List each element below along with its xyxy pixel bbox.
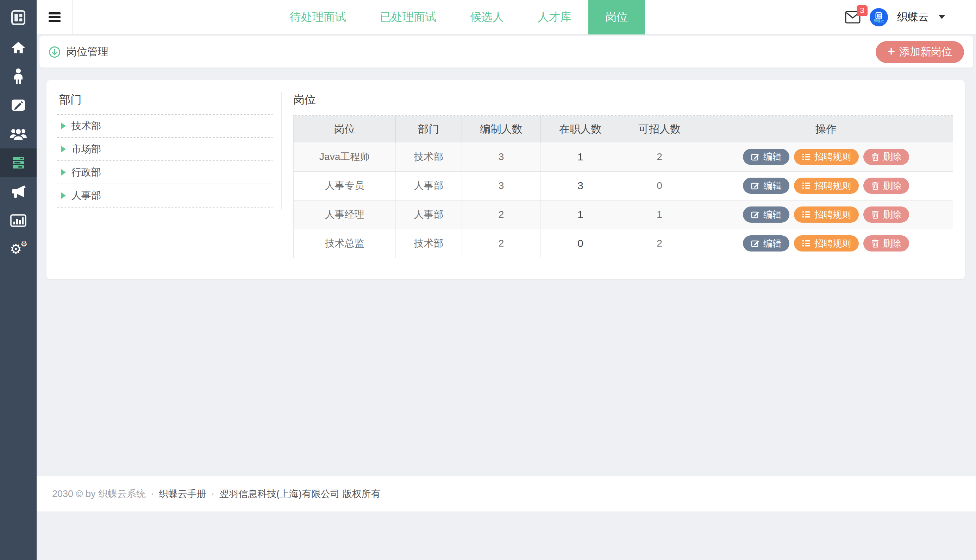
team-icon xyxy=(9,127,27,141)
sidebar-item-reports[interactable] xyxy=(0,206,37,235)
row-actions: 编辑 招聘规则 删除 xyxy=(699,235,953,252)
cell-headcount: 3 xyxy=(461,171,541,200)
sidebar-item-person[interactable] xyxy=(0,62,37,91)
plus-icon: + xyxy=(887,45,895,58)
bar-chart-icon xyxy=(10,214,27,227)
department-item-hr[interactable]: 人事部 xyxy=(57,184,272,208)
recruit-rules-button[interactable]: 招聘规则 xyxy=(794,207,859,223)
list-icon xyxy=(802,182,811,190)
tab-label: 待处理面试 xyxy=(290,10,346,25)
app-logo[interactable] xyxy=(0,0,37,35)
trash-icon xyxy=(871,239,879,248)
cell-department: 人事部 xyxy=(396,171,461,200)
rules-label: 招聘规则 xyxy=(814,180,851,192)
sidebar-item-positions[interactable] xyxy=(0,148,37,177)
user-name[interactable]: 织蝶云 xyxy=(897,10,929,24)
content-area: 部门 技术部 市场部 行政部 xyxy=(37,68,976,279)
separator-dot: · xyxy=(211,488,214,499)
tab-pending-interviews[interactable]: 待处理面试 xyxy=(273,0,363,35)
delete-button[interactable]: 删除 xyxy=(863,149,909,165)
chevron-down-icon[interactable] xyxy=(939,15,945,19)
cell-department: 技术部 xyxy=(396,142,461,171)
top-navbar: 待处理面试 已处理面试 候选人 人才库 岗位 3 xyxy=(37,0,976,35)
positions-card: 部门 技术部 市场部 行政部 xyxy=(47,80,965,279)
departments-heading: 部门 xyxy=(57,92,272,108)
edit-pencil-icon xyxy=(750,152,760,162)
col-header-active: 在职人数 xyxy=(541,116,620,142)
caret-right-icon xyxy=(61,146,66,152)
person-icon xyxy=(12,68,24,84)
sidebar-item-announcements[interactable] xyxy=(0,177,37,206)
caret-right-icon xyxy=(61,169,66,175)
delete-label: 删除 xyxy=(883,180,901,192)
add-position-button[interactable]: + 添加新岗位 xyxy=(876,41,964,63)
mail-button[interactable]: 3 xyxy=(845,11,861,23)
cell-open-count: 2 xyxy=(620,142,699,171)
sidebar-item-home[interactable] xyxy=(0,33,37,62)
cell-department: 人事部 xyxy=(396,200,461,229)
circle-arrow-down-icon[interactable] xyxy=(48,46,60,58)
caret-right-icon xyxy=(61,192,66,199)
table-row: Java工程师 技术部 3 1 2 编辑 xyxy=(294,142,953,171)
tab-candidates[interactable]: 候选人 xyxy=(453,0,521,35)
user-zone: 3 织蝶云 织蝶云 xyxy=(845,0,976,34)
edit-note-icon xyxy=(10,98,26,112)
tab-talent-pool[interactable]: 人才库 xyxy=(521,0,588,35)
positions-panel: 岗位 岗位 部门 编制人数 在职人数 可招人数 操作 xyxy=(282,92,953,279)
department-label: 市场部 xyxy=(72,142,101,156)
rules-label: 招聘规则 xyxy=(814,237,851,250)
nav-tabs: 待处理面试 已处理面试 候选人 人才库 岗位 xyxy=(72,0,845,34)
user-avatar[interactable]: 织蝶云 xyxy=(870,8,888,27)
row-actions: 编辑 招聘规则 删除 xyxy=(699,178,953,194)
department-label: 人事部 xyxy=(72,189,101,202)
edit-button[interactable]: 编辑 xyxy=(743,149,789,165)
hamburger-menu-icon xyxy=(48,10,60,24)
edit-button[interactable]: 编辑 xyxy=(743,207,789,223)
trash-icon xyxy=(871,210,879,219)
recruit-rules-button[interactable]: 招聘规则 xyxy=(794,235,859,252)
edit-pencil-icon xyxy=(750,239,760,248)
cell-active-count: 3 xyxy=(541,171,620,200)
tab-label: 候选人 xyxy=(470,10,504,25)
tab-processed-interviews[interactable]: 已处理面试 xyxy=(363,0,453,35)
edit-button[interactable]: 编辑 xyxy=(743,235,789,252)
sidebar-item-team[interactable] xyxy=(0,120,37,148)
settings-gears-icon: ⚙ ⚙ xyxy=(10,242,26,257)
cell-headcount: 2 xyxy=(461,200,541,229)
recruit-rules-button[interactable]: 招聘规则 xyxy=(794,178,859,194)
department-item-marketing[interactable]: 市场部 xyxy=(57,138,272,161)
sidebar-item-edit-notes[interactable] xyxy=(0,91,37,120)
bottom-strip xyxy=(37,512,976,560)
row-actions: 编辑 招聘规则 删除 xyxy=(699,207,953,223)
delete-button[interactable]: 删除 xyxy=(863,207,909,223)
list-icon xyxy=(802,239,811,248)
tab-positions[interactable]: 岗位 xyxy=(588,0,645,35)
mail-count-badge: 3 xyxy=(857,5,867,16)
content-spacer xyxy=(37,279,976,476)
delete-button[interactable]: 删除 xyxy=(863,235,909,252)
brand-logo-icon xyxy=(9,8,27,27)
page-title: 岗位管理 xyxy=(66,45,109,59)
tab-label: 人才库 xyxy=(538,10,572,25)
delete-button[interactable]: 删除 xyxy=(863,178,909,194)
recruit-rules-button[interactable]: 招聘规则 xyxy=(794,149,859,165)
tab-label: 岗位 xyxy=(605,10,628,25)
manual-link[interactable]: 织蝶云手册 xyxy=(159,488,206,500)
department-item-admin[interactable]: 行政部 xyxy=(57,161,272,184)
sidebar-item-settings[interactable]: ⚙ ⚙ xyxy=(0,235,37,264)
col-header-headcount: 编制人数 xyxy=(461,116,541,142)
department-item-tech[interactable]: 技术部 xyxy=(57,115,272,138)
trash-icon xyxy=(871,152,879,162)
edit-pencil-icon xyxy=(750,210,760,219)
footer: 2030 © by 织蝶云系统 · 织蝶云手册 · 翌羽信息科技(上海)有限公司… xyxy=(37,476,976,512)
sidebar-toggle[interactable] xyxy=(37,0,72,34)
cell-position: 技术总监 xyxy=(294,229,396,258)
cell-active-count: 0 xyxy=(541,229,620,258)
company-link[interactable]: 翌羽信息科技(上海)有限公司 版权所有 xyxy=(219,488,380,500)
edit-button[interactable]: 编辑 xyxy=(743,178,789,194)
cell-position: 人事经理 xyxy=(294,200,396,229)
col-header-department: 部门 xyxy=(396,116,461,142)
cell-open-count: 0 xyxy=(620,171,699,200)
col-header-position: 岗位 xyxy=(294,116,396,142)
table-row: 人事经理 人事部 2 1 1 编辑 xyxy=(294,200,953,229)
